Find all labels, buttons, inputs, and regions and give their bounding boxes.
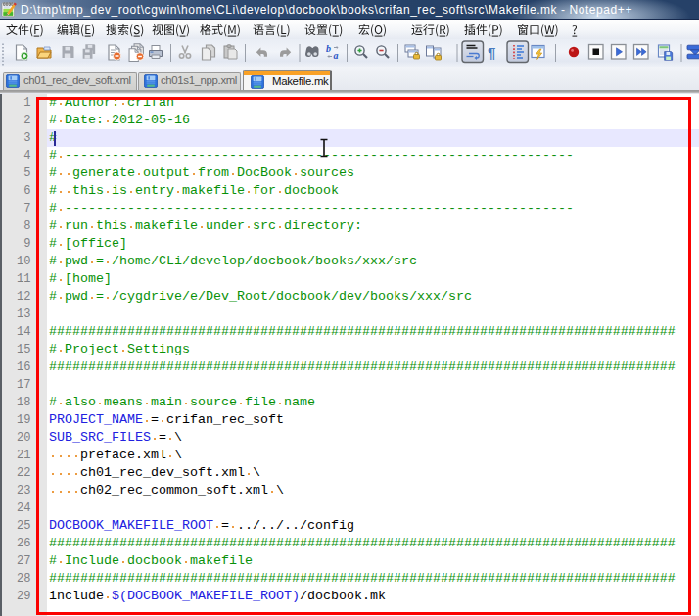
svg-text:b: b xyxy=(326,43,331,54)
svg-text:¶: ¶ xyxy=(488,44,495,61)
svg-text:a: a xyxy=(334,50,339,61)
